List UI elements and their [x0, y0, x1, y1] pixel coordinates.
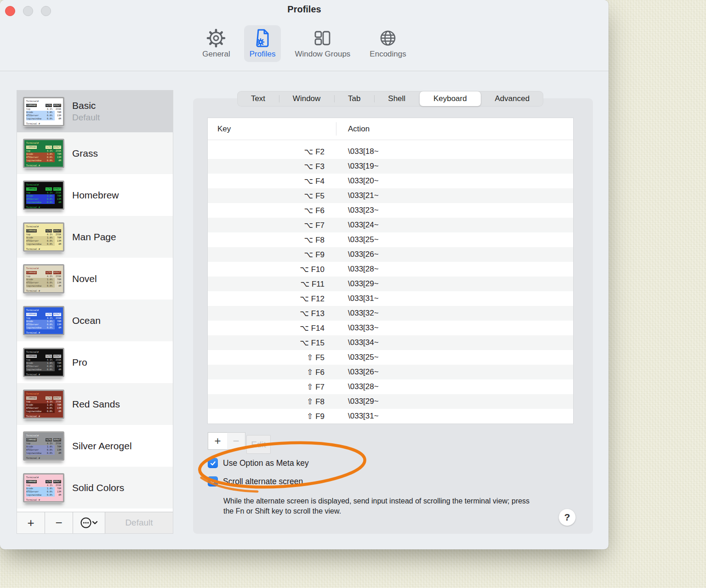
toolbar-item-encodings[interactable]: Encodings — [364, 25, 411, 62]
thumb-mem: 78M — [52, 445, 61, 448]
thumb-proc: ATSServer — [26, 323, 45, 326]
profile-row-silver-aerogel[interactable]: Terminal#COMMAND%CPURPRVTtop4.1%231KXcod… — [17, 425, 173, 467]
toolbar-item-general[interactable]: General — [197, 25, 235, 62]
profile-row-ocean[interactable]: Terminal#COMMAND%CPURPRVTtop4.1%231KXcod… — [17, 300, 173, 341]
thumb-row: loginwindow0.0%4M — [26, 284, 61, 288]
thumb-header-chip: %CPU — [46, 438, 52, 441]
toolbar-item-window-groups[interactable]: Window Groups — [289, 25, 356, 62]
thumb-proc: Xcode — [26, 445, 45, 448]
thumb-row: ATSServer0.0%13M — [26, 490, 61, 493]
profile-row-solid-colors[interactable]: Terminal#COMMAND%CPURPRVTtop4.1%231KXcod… — [17, 467, 173, 509]
thumb-cpu: 1.4% — [45, 320, 52, 323]
thumb-cpu: 0.0% — [45, 281, 52, 284]
table-row[interactable]: ⌥ F11\033[29~ — [208, 277, 573, 291]
thumb-cpu: 0.0% — [45, 156, 52, 159]
edit-key-button[interactable]: Edit — [246, 435, 271, 454]
thumb-proc: loginwindow — [26, 410, 45, 413]
table-row[interactable]: ⌥ F4\033[20~ — [208, 174, 573, 188]
table-row[interactable]: ⇧ F8\033[29~ — [208, 394, 573, 409]
use-option-as-meta-key-checkbox[interactable] — [208, 458, 218, 468]
table-row[interactable]: ⌥ F2\033[18~ — [208, 144, 573, 159]
thumb-row: top4.1%231K — [26, 317, 61, 320]
thumb-mem: 4M — [52, 326, 61, 329]
remove-profile-button[interactable]: − — [45, 512, 73, 533]
table-row[interactable]: ⌥ F14\033[33~ — [208, 321, 573, 335]
tab-window[interactable]: Window — [279, 91, 334, 107]
thumb-row: loginwindow0.0%4M — [26, 493, 61, 497]
tab-keyboard[interactable]: Keyboard — [420, 91, 481, 106]
add-profile-button[interactable]: + — [17, 512, 45, 533]
thumb-mem: 231K — [52, 484, 61, 487]
profile-row-pro[interactable]: Terminal#COMMAND%CPURPRVTtop4.1%231KXcod… — [17, 341, 173, 383]
tab-advanced[interactable]: Advanced — [481, 91, 543, 107]
profile-row-novel[interactable]: Terminal#COMMAND%CPURPRVTtop4.1%231KXcod… — [17, 258, 173, 300]
thumb-row: Xcode1.4%78M — [26, 362, 61, 365]
thumb-proc: loginwindow — [26, 368, 45, 371]
profile-thumbnail-novel: Terminal#COMMAND%CPURPRVTtop4.1%231KXcod… — [23, 264, 64, 294]
table-row[interactable]: ⌥ F7\033[24~ — [208, 218, 573, 232]
help-button[interactable]: ? — [558, 509, 576, 526]
table-row[interactable]: ⌥ F10\033[28~ — [208, 262, 573, 277]
key-name: F8 — [315, 397, 325, 406]
table-row[interactable]: ⌥ F12\033[31~ — [208, 291, 573, 306]
tab-text[interactable]: Text — [237, 91, 279, 107]
tab-tab[interactable]: Tab — [334, 91, 374, 107]
table-row[interactable]: ⌥ F15\033[34~ — [208, 335, 573, 350]
thumb-cpu: 0.0% — [45, 159, 52, 162]
thumb-proc: Xcode — [26, 153, 45, 156]
profile-tab-bar: TextWindowTabShellKeyboardAdvanced — [237, 91, 543, 107]
thumb-header-chip: RPRVT — [53, 355, 61, 358]
thumb-proc: Xcode — [26, 111, 45, 114]
profile-row-red-sands[interactable]: Terminal#COMMAND%CPURPRVTtop4.1%231KXcod… — [17, 383, 173, 425]
profile-row-homebrew[interactable]: Terminal#COMMAND%CPURPRVTtop4.1%231KXcod… — [17, 174, 173, 216]
toolbar-item-profiles[interactable]: Profiles — [244, 25, 281, 62]
tab-shell[interactable]: Shell — [374, 91, 419, 107]
thumb-mem: 78M — [52, 194, 61, 198]
thumb-row: ATSServer0.0%13M — [26, 239, 61, 243]
thumb-cpu: 0.0% — [45, 239, 52, 243]
profile-actions-menu-button[interactable] — [73, 512, 105, 533]
column-divider[interactable] — [336, 122, 336, 136]
table-row[interactable]: ⇧ F7\033[28~ — [208, 379, 573, 394]
table-row[interactable]: ⌥ F5\033[21~ — [208, 188, 573, 203]
thumb-proc: Xcode — [26, 278, 45, 281]
thumb-cpu: 4.1% — [45, 275, 52, 278]
thumb-cpu: 0.0% — [45, 493, 52, 497]
checkmark-icon — [210, 478, 216, 485]
profile-row-basic[interactable]: Terminal#COMMAND%CPURPRVTtop4.1%231KXcod… — [17, 90, 173, 132]
thumb-mem: 4M — [52, 284, 61, 288]
table-row[interactable]: ⌥ F9\033[26~ — [208, 247, 573, 262]
action-cell: \033[25~ — [348, 353, 379, 362]
table-row[interactable]: ⇧ F5\033[25~ — [208, 350, 573, 365]
profile-name: Homebrew — [72, 190, 119, 201]
table-row[interactable]: ⌥ F8\033[25~ — [208, 232, 573, 247]
thumb-row: Xcode1.4%78M — [26, 153, 61, 156]
profile-name: Red Sands — [72, 399, 120, 410]
thumb-mem: 231K — [52, 149, 61, 153]
profile-thumbnail-man-page: Terminal#COMMAND%CPURPRVTtop4.1%231KXcod… — [23, 222, 64, 252]
thumb-cpu: 1.4% — [45, 403, 52, 407]
thumb-header: COMMAND%CPURPRVT — [26, 187, 61, 191]
add-key-button[interactable]: + — [208, 432, 228, 450]
remove-key-button[interactable]: − — [227, 432, 245, 450]
modifier-glyph: ⌥ — [304, 206, 313, 215]
thumb-title: Terminal# — [26, 392, 61, 396]
action-cell: \033[29~ — [348, 397, 379, 406]
table-row[interactable]: ⌥ F6\033[23~ — [208, 203, 573, 218]
table-row[interactable]: ⌥ F13\033[32~ — [208, 306, 573, 321]
default-button[interactable]: Default — [105, 512, 173, 533]
profile-row-grass[interactable]: Terminal#COMMAND%CPURPRVTtop4.1%231KXcod… — [17, 132, 173, 174]
thumb-proc: Xcode — [26, 487, 45, 490]
thumb-cpu: 1.4% — [45, 487, 52, 490]
profile-row-man-page[interactable]: Terminal#COMMAND%CPURPRVTtop4.1%231KXcod… — [17, 216, 173, 258]
scroll-alternate-screen-checkbox[interactable] — [208, 476, 218, 486]
table-row[interactable]: ⇧ F6\033[26~ — [208, 365, 573, 379]
thumb-proc: top — [26, 275, 45, 278]
table-row[interactable]: ⌥ F3\033[19~ — [208, 159, 573, 174]
thumb-proc: ATSServer — [26, 198, 45, 201]
key-cell: ⇧ F7 — [208, 382, 325, 392]
action-cell: \033[33~ — [348, 323, 379, 333]
profile-name-wrap: Ocean — [72, 315, 101, 326]
table-row[interactable]: ⇧ F9\033[31~ — [208, 409, 573, 424]
thumb-header-chip: RPRVT — [53, 396, 61, 400]
